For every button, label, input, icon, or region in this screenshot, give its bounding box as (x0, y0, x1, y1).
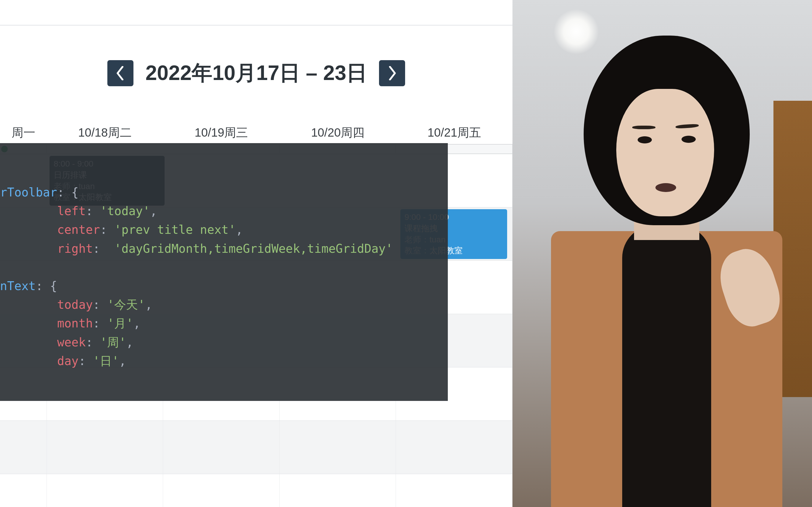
webcam-panel (512, 0, 812, 507)
calendar-pane: 2022年10月17日 – 23日 周一 10/18周二 10/19周三 10/… (0, 0, 512, 507)
day-header-fri: 10/21周五 (396, 121, 512, 144)
code-token: left (57, 204, 86, 218)
code-token: '月' (107, 317, 133, 330)
code-token: 'prev title next' (114, 223, 236, 236)
code-token: '周' (100, 335, 126, 349)
next-button[interactable] (379, 60, 405, 86)
code-token: month (57, 317, 93, 330)
code-token: '今天' (107, 298, 145, 312)
mouth (655, 183, 676, 192)
code-token: right (57, 242, 93, 256)
code-token: : { (36, 279, 57, 293)
eye (681, 136, 696, 143)
day-header-mon: 周一 (0, 121, 47, 144)
chevron-right-icon (388, 66, 397, 80)
code-token: 'today' (100, 204, 150, 218)
code-token: nText (0, 279, 36, 293)
code-token: : { (57, 185, 79, 199)
chevron-left-icon (116, 66, 125, 80)
undershirt (622, 225, 711, 507)
code-overlay: rToolbar: { left: 'today', center: 'prev… (0, 143, 448, 401)
day-header-thu: 10/20周四 (280, 121, 396, 144)
face (616, 89, 714, 216)
day-header-wed: 10/19周三 (163, 121, 280, 144)
calendar-title: 2022年10月17日 – 23日 (145, 59, 367, 87)
day-header-row: 周一 10/18周二 10/19周三 10/20周四 10/21周五 (0, 121, 512, 145)
code-token: rToolbar (0, 185, 57, 199)
calendar-toolbar: 2022年10月17日 – 23日 (0, 59, 512, 87)
code-token: 'dayGridMonth,timeGridWeek,timeGridDay' (114, 242, 393, 256)
prev-button[interactable] (107, 60, 134, 86)
eyebrow (632, 126, 655, 129)
code-token: today (57, 298, 93, 312)
day-header-tue: 10/18周二 (47, 121, 163, 144)
code-token: center (57, 223, 100, 236)
person (527, 36, 794, 507)
code-token: '日' (93, 354, 119, 368)
code-token: week (57, 335, 86, 349)
eye (638, 136, 652, 144)
code-token: day (57, 354, 79, 368)
divider (0, 25, 512, 25)
